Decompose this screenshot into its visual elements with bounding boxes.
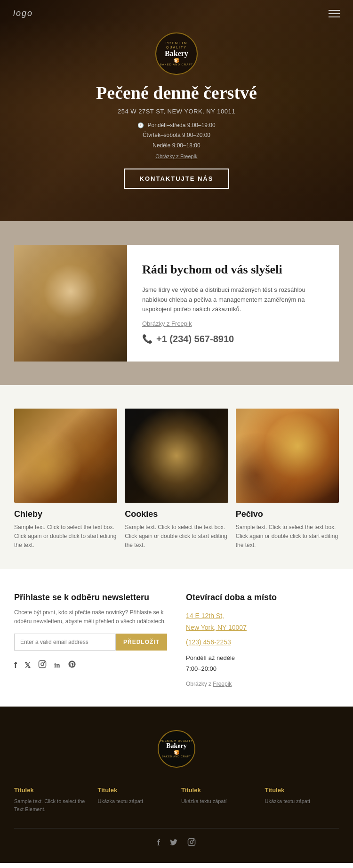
contact-phone-row: 📞 +1 (234) 567-8910 [142,334,324,345]
hero-hours-line2: Čtvrtek–sobota 9:00–20:00 [143,132,210,138]
contact-description: Jsme lídry ve výrobě a distribuci mražen… [142,285,324,314]
footer-col4-text: Ukázka textu zápatí [265,797,339,806]
cookies-title: Cookies [125,509,228,519]
pastry-title: Pečivo [236,509,339,519]
hours-address: 14 E 12th St, New York, NY 10007 [186,610,339,634]
footer-col-1: Titulek Sample text. Click to select the… [14,787,88,814]
newsletter-heading: Přihlaste se k odběru newsletteru [14,593,167,603]
bottom-info-section: Přihlaste se k odběru newsletteru Chcete… [0,569,353,707]
product-card-bread: Chleby Sample text. Click to select the … [14,409,117,550]
footer: PREMIUM QUALITY Bakery 🍞 BAKED AND CRAFT… [0,707,353,863]
footer-col-3: Titulek Ukázka textu zápatí [181,787,256,814]
hamburger-line-1 [329,10,340,11]
hero-hours-line1: Pondělí–středa 9:00–19:00 [148,122,216,129]
schedule-hours: 7:00–20:00 [186,665,217,672]
bread-image [14,409,117,503]
header: logo [0,0,353,27]
products-grid: Chleby Sample text. Click to select the … [14,409,339,550]
pinterest-icon[interactable] [68,660,76,671]
hero-hours-line3: Neděle 9:00–18:00 [152,142,200,149]
pastry-image-pattern [236,409,339,503]
cookies-image-pattern [125,409,228,503]
badge-title: Bakery [165,49,188,58]
hamburger-menu[interactable] [329,10,340,17]
address-line1: 14 E 12th St, [186,612,224,619]
hours-schedule: Pondělí až neděle 7:00–20:00 [186,652,339,675]
twitter-icon[interactable]: 𝕏 [24,661,31,670]
submit-button[interactable]: PŘEDLOŽIT [116,634,167,651]
contact-heading: Rádi bychom od vás slyšeli [142,262,324,278]
bread-title: Chleby [14,509,117,519]
product-card-pastry: Pečivo Sample text. Click to select the … [236,409,339,550]
hero-section: PREMIUM QUALITY Bakery 🍞 BAKED AND CRAFT… [0,0,353,221]
address-line2: New York, NY 10007 [186,624,247,631]
schedule-label: Pondělí až neděle [186,654,235,661]
bread-icon: 🍞 [174,58,179,63]
footer-col2-title: Titulek [98,787,172,794]
newsletter-description: Chcete být první, kdo si přečte naše nov… [14,608,167,626]
footer-badge-title: Bakery [166,742,187,750]
logo: logo [13,8,33,18]
svg-point-4 [190,841,193,844]
linkedin-icon[interactable]: in [54,661,60,669]
pastry-image [236,409,339,503]
social-icons-row: f 𝕏 in [14,660,167,671]
contact-button[interactable]: KONTAKTUJTE NÁS [124,169,230,189]
footer-bread-icon: 🍞 [174,750,179,755]
svg-point-5 [193,840,194,841]
footer-col3-title: Titulek [181,787,256,794]
hero-content: PREMIUM QUALITY Bakery 🍞 BAKED AND CRAFT… [96,32,257,189]
facebook-icon[interactable]: f [14,660,17,670]
phone-icon: 📞 [142,334,152,344]
badge-craft: BAKED AND CRAFT [160,63,193,66]
instagram-icon[interactable] [38,660,47,671]
footer-logo-area: PREMIUM QUALITY Bakery 🍞 BAKED AND CRAFT [14,730,339,768]
footer-col-4: Titulek Ukázka textu zápatí [265,787,339,814]
hero-hours: 🕐 Pondělí–středa 9:00–19:00 Čtvrtek–sobo… [137,121,215,151]
footer-col3-text: Ukázka textu zápatí [181,797,256,806]
badge-premium: PREMIUM QUALITY [156,41,197,49]
footer-social-row: f [14,828,339,849]
hero-address: 254 W 27ST ST, NEW YORK, NY 10011 [118,108,235,115]
clock-icon: 🕐 [137,122,144,128]
hours-phone[interactable]: (123) 456-2253 [186,638,339,646]
footer-badge: PREMIUM QUALITY Bakery 🍞 BAKED AND CRAFT [158,730,195,768]
freepik-link[interactable]: Freepik [213,681,232,687]
footer-columns: Titulek Sample text. Click to select the… [14,787,339,814]
hours-column: Otevírací doba a místo 14 E 12th St, New… [186,593,339,688]
products-section: Chleby Sample text. Click to select the … [0,385,353,569]
footer-col1-text: Sample text. Click to select the Text El… [14,797,88,814]
baker-image [14,245,127,362]
bread-description: Sample text. Click to select the text bo… [14,523,117,550]
hamburger-line-2 [329,13,340,14]
newsletter-column: Přihlaste se k odběru newsletteru Chcete… [14,593,167,688]
footer-col2-text: Ukázka textu zápatí [98,797,172,806]
cookies-image [125,409,228,503]
svg-point-2 [44,662,45,663]
hours-heading: Otevírací doba a místo [186,593,339,603]
contact-freepik-link[interactable]: Obrázky z Freepik [142,320,192,327]
hero-freepik-link[interactable]: Obrázky z Freepik [155,153,197,159]
hamburger-line-3 [329,16,340,17]
cookies-description: Sample text. Click to select the text bo… [125,523,228,550]
contact-freepik: Obrázky z Freepik [142,319,324,329]
contact-card: Rádi bychom od vás slyšeli Jsme lídry ve… [127,245,339,362]
hours-freepik: Obrázky z Freepik [186,681,232,687]
freepik-label: Obrázky z [186,681,211,687]
footer-col-2: Titulek Ukázka textu zápatí [98,787,172,814]
footer-twitter-icon[interactable] [169,838,178,849]
bakery-badge: PREMIUM QUALITY Bakery 🍞 BAKED AND CRAFT [155,32,198,75]
email-input[interactable] [14,634,116,651]
svg-point-1 [41,663,44,666]
contact-section: Rádi bychom od vás slyšeli Jsme lídry ve… [0,221,353,385]
email-form: PŘEDLOŽIT [14,634,167,651]
contact-image [14,245,127,362]
bread-image-pattern [14,409,117,503]
product-card-cookies: Cookies Sample text. Click to select the… [125,409,228,550]
contact-phone-number: +1 (234) 567-8910 [156,334,234,345]
footer-badge-sub: BAKED AND CRAFT [162,755,191,758]
footer-col1-title: Titulek [14,787,88,794]
footer-instagram-icon[interactable] [187,838,196,849]
pastry-description: Sample text. Click to select the text bo… [236,523,339,550]
footer-facebook-icon[interactable]: f [157,838,160,849]
